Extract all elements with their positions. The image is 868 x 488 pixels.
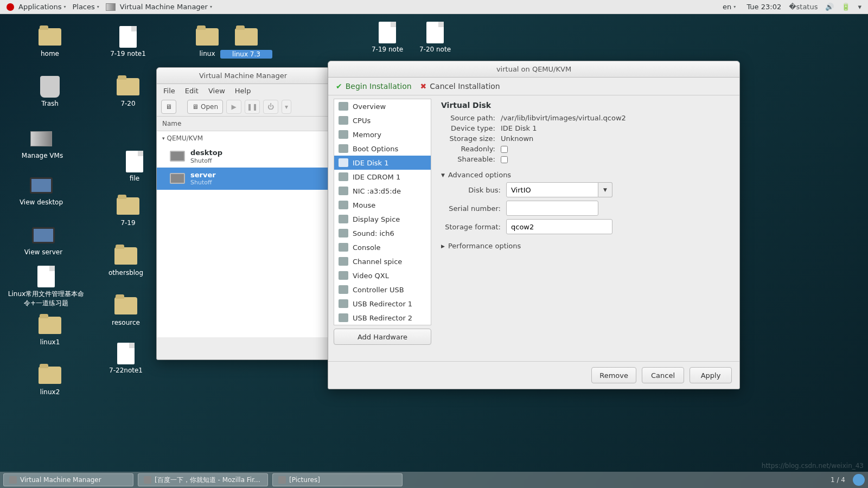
desktop-icon[interactable]: linux1 xyxy=(24,314,76,346)
disk-bus-combo[interactable]: ▼ xyxy=(506,182,612,197)
applications-menu[interactable]: Applications ▾ xyxy=(3,3,69,11)
device-type-label: Device type: xyxy=(441,124,495,132)
hw-item[interactable]: Boot Options xyxy=(334,142,431,156)
hw-item[interactable]: Mouse xyxy=(334,198,431,212)
pause-button[interactable]: ❚❚ xyxy=(245,100,260,114)
vmm-menubar: FileEditViewHelp xyxy=(157,84,329,98)
taskbar-item[interactable]: [Pictures] xyxy=(272,473,403,486)
desktop-icon[interactable]: 7-19 note xyxy=(361,22,413,53)
monitor-icon xyxy=(170,173,185,184)
lang-indicator[interactable]: en ▾ xyxy=(719,3,739,11)
vm-row[interactable]: serverShutoff xyxy=(157,168,329,190)
desktop-icon[interactable]: resource xyxy=(100,295,152,326)
disk-bus-field[interactable] xyxy=(506,182,598,197)
storage-size-value: Unknown xyxy=(501,134,533,143)
hw-item[interactable]: USB Redirector 2 xyxy=(334,311,431,325)
run-button[interactable]: ▶ xyxy=(226,100,241,114)
hw-item[interactable]: Video QXL xyxy=(334,268,431,282)
vmm-titlebar[interactable]: Virtual Machine Manager xyxy=(157,68,329,84)
pane-heading: Virtual Disk xyxy=(441,101,730,110)
device-icon xyxy=(339,257,348,266)
hw-item[interactable]: Overview xyxy=(334,99,431,113)
menu-edit[interactable]: Edit xyxy=(185,87,199,95)
appmenu[interactable]: Virtual Machine Manager ▾ xyxy=(103,3,215,11)
hw-item[interactable]: NIC :a3:d5:de xyxy=(334,184,431,198)
desktop-icon[interactable]: Manage VMs xyxy=(16,128,68,159)
device-icon xyxy=(339,116,348,125)
hw-item[interactable]: Console xyxy=(334,240,431,254)
apply-button[interactable]: Apply xyxy=(690,367,732,383)
serial-label: Serial number: xyxy=(441,204,501,213)
hw-item[interactable]: Controller USB xyxy=(334,282,431,297)
hardware-list[interactable]: OverviewCPUsMemoryBoot OptionsIDE Disk 1… xyxy=(334,99,431,325)
source-path-value: /var/lib/libvirt/images/virtual.qcow2 xyxy=(501,114,626,122)
battery-icon[interactable]: 🔋 xyxy=(841,3,850,11)
desktop-icon[interactable]: linux 7.3 xyxy=(220,26,272,59)
storage-format-field[interactable] xyxy=(506,219,612,234)
desktop-icon[interactable]: 7-19 note1 xyxy=(102,26,154,57)
desktop-icon[interactable]: View server xyxy=(17,224,69,256)
device-icon xyxy=(339,201,348,209)
cancel-installation-button[interactable]: ✖Cancel Installation xyxy=(420,82,500,91)
vmm-tree[interactable]: ▾QEMU/KVM desktopShutoffserverShutoff xyxy=(157,131,329,337)
user-menu[interactable]: ▾ xyxy=(858,3,861,11)
hw-item[interactable]: Channel spice xyxy=(334,254,431,268)
storage-format-label: Storage format: xyxy=(441,223,501,231)
hw-item[interactable]: Sound: ich6 xyxy=(334,226,431,240)
hw-item[interactable]: Display Spice xyxy=(334,212,431,226)
places-menu[interactable]: Places ▾ xyxy=(69,3,102,11)
workspace-pager[interactable]: 1 / 4 xyxy=(831,476,848,484)
desktop-icon[interactable]: 7-22note1 xyxy=(100,343,152,374)
desktop-icon[interactable]: file xyxy=(108,151,161,182)
hw-item[interactable]: IDE Disk 1 xyxy=(334,156,431,170)
add-hardware-button[interactable]: Add Hardware xyxy=(334,329,431,345)
desktop-icon[interactable]: Trash xyxy=(24,76,76,107)
chevron-down-icon[interactable]: ▼ xyxy=(598,182,612,197)
wifi-icon[interactable]: �status xyxy=(789,3,818,11)
connection-row[interactable]: ▾QEMU/KVM xyxy=(157,131,329,145)
hw-item[interactable]: USB Redirector 1 xyxy=(334,297,431,311)
taskbar-item[interactable]: [百度一下，你就知道 - Mozilla Fir... xyxy=(138,473,268,486)
app-icon xyxy=(278,476,286,484)
taskbar-item[interactable]: Virtual Machine Manager xyxy=(3,473,133,486)
device-icon xyxy=(339,215,348,223)
taskbar: Virtual Machine Manager[百度一下，你就知道 - Mozi… xyxy=(0,472,868,488)
menu-view[interactable]: View xyxy=(208,87,225,95)
vmm-window: Virtual Machine Manager FileEditViewHelp… xyxy=(156,67,330,360)
desktop-icon[interactable]: Linux常用文件管理基本命令+一道练习题 xyxy=(5,266,87,308)
shutdown-menu[interactable]: ▾ xyxy=(282,100,291,114)
device-icon xyxy=(339,299,348,308)
readonly-checkbox[interactable] xyxy=(501,146,508,153)
menu-file[interactable]: File xyxy=(163,87,175,95)
performance-options-toggle[interactable]: ▶Performance options xyxy=(441,242,730,250)
shutdown-button[interactable]: ⏻ xyxy=(263,100,278,114)
desktop-icon[interactable]: linux2 xyxy=(24,364,76,396)
desktop-icon[interactable]: 7-19 xyxy=(102,195,154,227)
hw-item[interactable]: IDE CDROM 1 xyxy=(334,170,431,184)
volume-icon[interactable]: 🔊 xyxy=(825,3,834,11)
clock[interactable]: Tue 23:02 xyxy=(746,3,781,11)
desktop-icon[interactable]: home xyxy=(24,26,76,57)
device-icon xyxy=(339,144,348,153)
desktop-icon[interactable]: View desktop xyxy=(15,175,67,206)
vmm-column-name[interactable]: Name xyxy=(157,117,329,131)
open-button[interactable]: 🖥 Open xyxy=(187,100,223,114)
device-icon xyxy=(339,130,348,139)
hw-item[interactable]: CPUs xyxy=(334,113,431,127)
hw-item[interactable]: Memory xyxy=(334,127,431,142)
advanced-options-toggle[interactable]: ▼Advanced options xyxy=(441,171,730,179)
details-titlebar[interactable]: virtual on QEMU/KVM xyxy=(328,61,739,78)
begin-installation-button[interactable]: ✔Begin Installation xyxy=(336,82,412,91)
vm-row[interactable]: desktopShutoff xyxy=(157,145,329,168)
cancel-button[interactable]: Cancel xyxy=(642,367,684,383)
remove-button[interactable]: Remove xyxy=(591,367,636,383)
serial-field[interactable] xyxy=(506,201,598,216)
show-desktop-icon[interactable] xyxy=(853,474,865,486)
desktop-icon[interactable]: othersblog xyxy=(100,245,152,277)
new-vm-button[interactable]: 🖥 xyxy=(161,100,176,114)
device-icon xyxy=(339,313,348,322)
shareable-checkbox[interactable] xyxy=(501,156,508,163)
desktop-icon[interactable]: 7-20 note xyxy=(409,22,461,53)
menu-help[interactable]: Help xyxy=(235,87,251,95)
desktop-icon[interactable]: 7-20 xyxy=(102,76,154,107)
